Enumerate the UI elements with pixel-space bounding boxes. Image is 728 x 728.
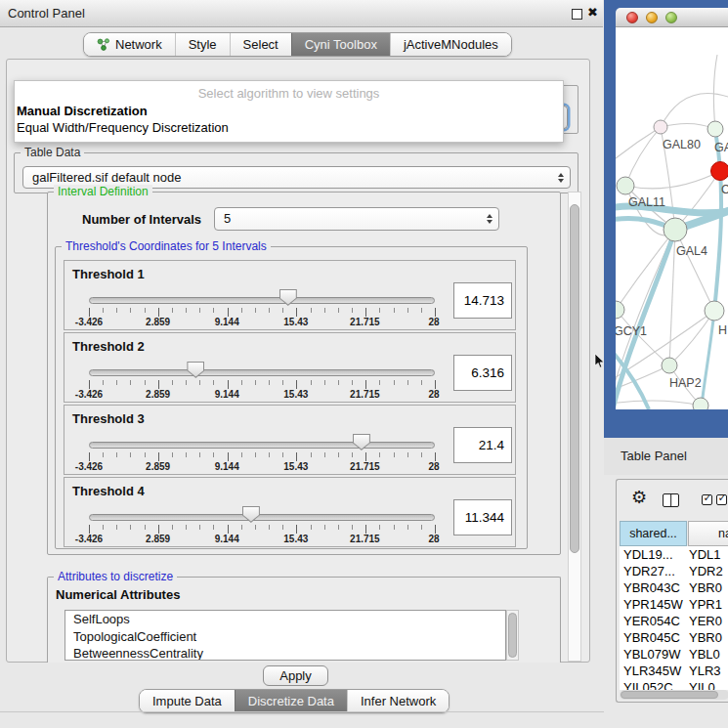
tab-style[interactable]: Style bbox=[175, 33, 230, 56]
threshold-value-input[interactable]: 11.344 bbox=[453, 499, 512, 535]
column-header-shared-name[interactable]: shared... bbox=[620, 521, 687, 546]
table-row[interactable]: YPR145WYPR1 bbox=[620, 596, 728, 613]
list-scrollbar[interactable] bbox=[506, 610, 519, 661]
num-intervals-combo[interactable]: 5 bbox=[214, 207, 499, 231]
tab-style-label: Style bbox=[189, 37, 217, 52]
cell: YIL052C bbox=[620, 679, 689, 690]
network-node-label: GCY1 bbox=[616, 324, 647, 338]
attributes-group-title: Attributes to discretize bbox=[54, 570, 177, 584]
slider-track[interactable] bbox=[89, 297, 435, 304]
list-scrollbar-thumb[interactable] bbox=[508, 613, 517, 658]
network-node[interactable] bbox=[707, 121, 723, 137]
network-node[interactable] bbox=[693, 398, 708, 409]
slider-track[interactable] bbox=[89, 369, 435, 376]
column-header-name[interactable]: na bbox=[688, 521, 728, 546]
cell: YPR145W bbox=[620, 596, 689, 613]
dropdown-hint: Select algorithm to view settings bbox=[15, 86, 563, 101]
tab-jactivemnodules[interactable]: jActiveMNodules bbox=[390, 33, 511, 56]
tab-impute-data[interactable]: Impute Data bbox=[140, 690, 235, 712]
application-window: Control Panel ✖ Network Style Select Cyn… bbox=[0, 0, 728, 728]
table-row[interactable]: YBL079WYBL0 bbox=[620, 646, 728, 663]
tick-label: -3.426 bbox=[75, 389, 103, 400]
apply-button[interactable]: Apply bbox=[263, 665, 328, 686]
tick-label: -3.426 bbox=[75, 534, 103, 544]
network-canvas[interactable]: GAL80GACGAL11GAL4GCY1HHAP2 bbox=[616, 27, 728, 409]
tick-label: 15.43 bbox=[283, 534, 308, 544]
dropdown-option-manual[interactable]: Manual Discretization bbox=[17, 104, 148, 118]
tick-label: -3.426 bbox=[75, 461, 103, 472]
tab-select[interactable]: Select bbox=[230, 33, 291, 56]
tick-label: 9.144 bbox=[215, 534, 239, 544]
float-window-icon[interactable] bbox=[572, 9, 582, 20]
control-panel-tabs: Network Style Select Cyni Toolbox jActiv… bbox=[83, 32, 512, 57]
numerical-attributes-list[interactable]: SelfLoops TopologicalCoefficient Between… bbox=[64, 610, 506, 661]
threshold-row-2: Threshold 2 -3.426 2.859 9.144 15.43 21.… bbox=[64, 332, 516, 403]
panel-scrollbar-thumb[interactable] bbox=[570, 204, 579, 553]
threshold-label: Threshold 4 bbox=[72, 484, 145, 498]
list-item[interactable]: TopologicalCoefficient bbox=[65, 628, 505, 646]
minimize-traffic-light-icon[interactable] bbox=[646, 12, 658, 23]
slider-major-ticks bbox=[89, 452, 436, 461]
threshold-value-input[interactable]: 21.4 bbox=[453, 427, 512, 463]
horizontal-scrollbar[interactable] bbox=[620, 690, 728, 700]
network-node-label: GAL4 bbox=[676, 244, 707, 258]
table-row[interactable]: YER054CYER0 bbox=[620, 613, 728, 629]
table-row[interactable]: YDR27...YDR2 bbox=[620, 563, 728, 579]
num-intervals-value: 5 bbox=[224, 208, 498, 230]
bottom-divider bbox=[0, 711, 604, 712]
network-node[interactable] bbox=[711, 162, 728, 181]
table-row[interactable]: YBR043CYBR0 bbox=[620, 579, 728, 596]
tab-network-label: Network bbox=[115, 37, 162, 52]
cell: YIL0 bbox=[689, 679, 728, 690]
network-node[interactable] bbox=[664, 218, 687, 241]
horizontal-scrollbar-thumb[interactable] bbox=[621, 691, 718, 699]
table-row[interactable]: YIL052CYIL0 bbox=[620, 679, 728, 690]
tab-cyni-toolbox[interactable]: Cyni Toolbox bbox=[291, 33, 390, 56]
list-item[interactable]: BetweennessCentrality bbox=[65, 645, 505, 661]
tick-label: 2.859 bbox=[146, 389, 170, 400]
network-node[interactable] bbox=[617, 177, 634, 194]
table-row[interactable]: YBR045CYBR0 bbox=[620, 629, 728, 646]
table-row[interactable]: YDL19...YDL1 bbox=[620, 546, 728, 563]
threshold-value-input[interactable]: 14.713 bbox=[453, 282, 512, 319]
network-window-titlebar[interactable] bbox=[616, 8, 728, 27]
close-icon[interactable]: ✖ bbox=[587, 5, 598, 20]
combo-arrows-icon bbox=[487, 211, 492, 227]
cell: YDL19... bbox=[620, 546, 689, 563]
zoom-traffic-light-icon[interactable] bbox=[665, 12, 677, 23]
tick-label: 15.43 bbox=[283, 389, 308, 400]
network-node[interactable] bbox=[662, 358, 677, 373]
network-node[interactable] bbox=[654, 120, 667, 134]
network-node[interactable] bbox=[616, 301, 624, 319]
checkbox-icon[interactable] bbox=[716, 494, 727, 505]
checkbox-icon[interactable] bbox=[702, 494, 712, 505]
network-node-label: C bbox=[721, 183, 728, 196]
cell: YBL079W bbox=[620, 646, 689, 663]
network-icon bbox=[97, 38, 110, 51]
slider-major-ticks bbox=[89, 525, 436, 534]
table-row[interactable]: YLR345WYLR3 bbox=[620, 663, 728, 679]
network-node[interactable] bbox=[705, 301, 724, 321]
threshold-label: Threshold 2 bbox=[72, 339, 145, 354]
network-node-label: GA bbox=[714, 141, 728, 154]
slider-major-ticks bbox=[89, 308, 436, 317]
tab-network[interactable]: Network bbox=[84, 33, 175, 56]
slider-track[interactable] bbox=[89, 514, 435, 521]
tick-label: -3.426 bbox=[75, 317, 103, 327]
columns-icon[interactable] bbox=[663, 493, 679, 507]
cell: YBR045C bbox=[620, 629, 689, 646]
threshold-value-input[interactable]: 6.316 bbox=[453, 355, 512, 391]
gear-icon[interactable]: ⚙ bbox=[631, 489, 647, 506]
cell: YBR0 bbox=[689, 629, 728, 646]
threshold-label: Threshold 3 bbox=[72, 411, 145, 426]
combo-arrows-icon bbox=[558, 170, 564, 186]
panel-scrollbar[interactable] bbox=[568, 192, 581, 662]
tick-label: 9.144 bbox=[215, 461, 239, 472]
list-item[interactable]: SelfLoops bbox=[65, 611, 505, 628]
close-traffic-light-icon[interactable] bbox=[626, 12, 638, 23]
slider-track[interactable] bbox=[89, 442, 435, 449]
dropdown-option-equal-width[interactable]: Equal Width/Frequency Discretization bbox=[17, 120, 229, 135]
tab-discretize-data[interactable]: Discretize Data bbox=[235, 690, 347, 712]
thresholds-group-title: Threshold's Coordinates for 5 Intervals bbox=[62, 239, 271, 254]
tab-infer-network[interactable]: Infer Network bbox=[347, 690, 449, 712]
